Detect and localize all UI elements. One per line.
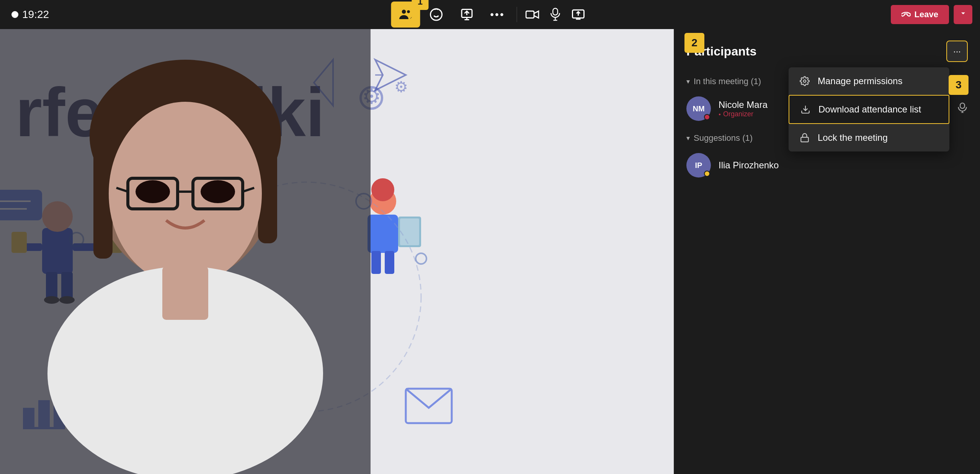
svg-rect-36 <box>400 218 419 245</box>
illustration-background: rfect Wiki ⚙ ⚙ <box>0 29 674 474</box>
share-icon <box>460 8 474 21</box>
reactions-icon <box>430 8 443 21</box>
more-options-button[interactable]: ··· <box>946 41 968 62</box>
download-icon <box>800 104 811 115</box>
svg-rect-34 <box>368 215 398 253</box>
participant-info-ilia: Ilia Pirozhenko <box>719 160 968 171</box>
svg-point-33 <box>371 178 394 201</box>
person-video <box>0 29 371 474</box>
camera-icon <box>526 9 539 20</box>
chevron-down-icon <box>959 10 967 17</box>
toolbar-right: Leave <box>891 5 972 24</box>
svg-point-1 <box>407 10 410 13</box>
more-button[interactable]: ••• <box>483 2 512 28</box>
svg-point-59 <box>136 180 170 203</box>
download-attendance-item[interactable]: Download attendance list <box>789 95 949 124</box>
leave-dropdown-button[interactable] <box>954 5 972 24</box>
lock-meeting-label: Lock the meeting <box>818 132 888 143</box>
lock-meeting-item[interactable]: Lock the meeting <box>789 124 949 151</box>
more-options-dots: ··· <box>953 46 961 57</box>
svg-rect-65 <box>801 137 808 142</box>
svg-point-0 <box>402 10 406 14</box>
avatar-status-dot-ilia <box>704 171 710 177</box>
person-silhouette <box>0 29 371 474</box>
avatar-nicole: NM <box>686 96 711 121</box>
svg-point-2 <box>431 9 442 20</box>
dropdown-menu: Manage permissions Download attendance l… <box>789 67 949 151</box>
toolbar-center: 1 ••• <box>391 2 589 28</box>
avatar-ilia: IP <box>686 153 711 178</box>
participants-header: Participants ··· <box>674 29 980 70</box>
microphone-icon <box>550 8 561 21</box>
leave-button[interactable]: Leave <box>891 5 949 24</box>
participant-item-ilia[interactable]: IP Ilia Pirozhenko <box>674 148 980 183</box>
mic-button[interactable] <box>545 4 566 25</box>
share-button[interactable] <box>452 2 482 28</box>
svg-text:⚙: ⚙ <box>394 78 408 95</box>
in-this-meeting-label: In this meeting (1) <box>694 77 761 86</box>
svg-point-60 <box>201 180 235 203</box>
annotation-badge-2: 2 <box>684 33 704 53</box>
share-screen-button[interactable] <box>568 4 589 25</box>
avatar-initials-nicole: NM <box>693 104 704 113</box>
leave-phone-icon <box>902 10 911 19</box>
leave-label: Leave <box>915 10 938 20</box>
main-video-area: rfect Wiki ⚙ ⚙ <box>0 29 674 474</box>
svg-rect-7 <box>553 8 558 15</box>
section-chevron-2: ▾ <box>686 134 690 142</box>
more-dots-icon: ••• <box>490 8 505 21</box>
avatar-status-dot-nicole <box>704 114 710 120</box>
suggestions-label: Suggestions (1) <box>694 133 753 143</box>
participants-button[interactable]: 1 <box>391 2 420 28</box>
svg-rect-6 <box>526 11 534 18</box>
participant-name-ilia: Ilia Pirozhenko <box>719 160 968 171</box>
avatar-initials-ilia: IP <box>695 161 702 170</box>
svg-rect-37 <box>371 251 381 274</box>
annotation-badge-3: 3 <box>949 75 969 95</box>
manage-permissions-label: Manage permissions <box>818 76 902 86</box>
camera-button[interactable] <box>522 4 543 25</box>
annotation-badge-1: 1 <box>412 0 429 10</box>
clock-time: 19:22 <box>22 8 49 21</box>
section-chevron-1: ▾ <box>686 77 690 86</box>
mic-indicator-nicole <box>957 102 968 116</box>
svg-point-53 <box>109 102 262 285</box>
participants-icon <box>399 8 413 21</box>
svg-rect-38 <box>385 251 394 274</box>
lock-icon <box>799 132 810 143</box>
manage-permissions-icon <box>799 76 810 86</box>
share-screen-icon <box>572 8 585 21</box>
download-attendance-label: Download attendance list <box>818 104 921 115</box>
svg-rect-66 <box>960 103 965 108</box>
svg-rect-62 <box>162 266 208 320</box>
svg-point-63 <box>804 80 806 83</box>
record-indicator <box>11 11 18 18</box>
manage-permissions-item[interactable]: Manage permissions <box>789 67 949 95</box>
top-bar: 19:22 1 <box>0 0 980 29</box>
right-panel: Participants ··· Manage permissions <box>674 29 980 474</box>
toolbar-separator <box>517 7 517 22</box>
time-display: 19:22 <box>0 8 49 21</box>
